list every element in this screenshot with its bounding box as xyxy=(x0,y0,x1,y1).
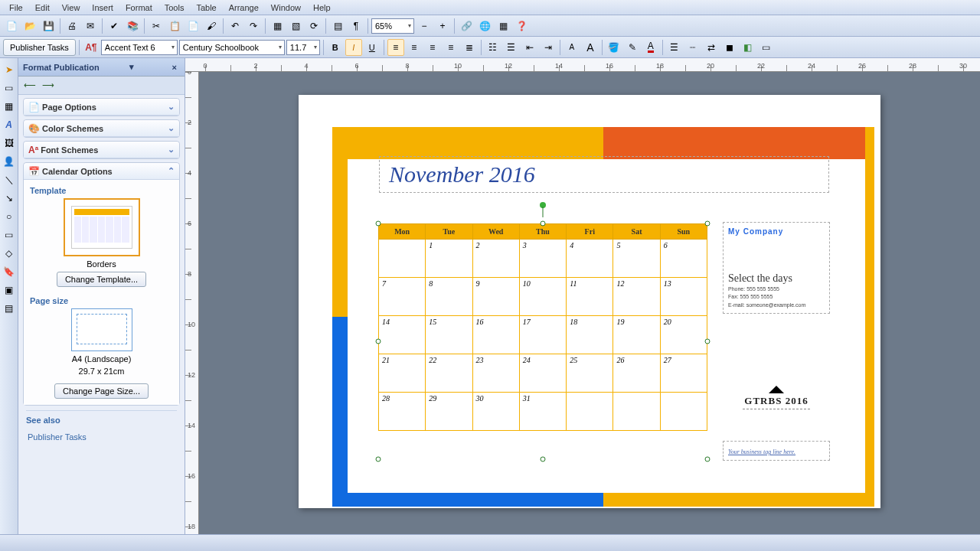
numbering-icon[interactable]: ☷ xyxy=(485,39,501,56)
zoom-combo[interactable]: 65% xyxy=(371,18,414,34)
taskpane-dropdown-icon[interactable]: ▾ xyxy=(129,62,134,72)
resize-handle[interactable] xyxy=(705,457,710,462)
calendar-cell[interactable]: 12 xyxy=(613,278,660,316)
calendar-cell[interactable]: 16 xyxy=(472,316,519,354)
align-right-icon[interactable]: ≡ xyxy=(424,39,441,56)
calendar-cell[interactable]: 24 xyxy=(519,354,566,393)
resize-handle[interactable] xyxy=(705,221,710,227)
bring-front-icon[interactable]: ▦ xyxy=(269,18,286,34)
textbox-icon[interactable]: ▭ xyxy=(758,39,775,56)
calendar-cell[interactable]: 10 xyxy=(519,278,566,316)
wordart-tool-icon[interactable]: A xyxy=(2,118,16,132)
decrease-font-icon[interactable]: A xyxy=(564,39,580,56)
font-schemes-section[interactable]: Aª Font Schemes⌄ xyxy=(23,141,180,159)
calendar-cell[interactable]: 4 xyxy=(567,240,613,278)
design-gallery-icon[interactable]: ▣ xyxy=(2,283,16,297)
special-chars-icon[interactable]: ¶ xyxy=(348,18,364,34)
send-back-icon[interactable]: ▧ xyxy=(287,18,304,34)
zoom-out-icon[interactable]: − xyxy=(416,18,433,34)
align-center-icon[interactable]: ≡ xyxy=(406,39,423,56)
increase-indent-icon[interactable]: ⇥ xyxy=(540,39,557,56)
underline-icon[interactable]: U xyxy=(364,39,381,56)
calendar-cell[interactable]: 5 xyxy=(613,240,660,278)
calendar-cell[interactable]: 22 xyxy=(426,354,472,393)
menu-edit[interactable]: Edit xyxy=(29,2,56,14)
menu-file[interactable]: File xyxy=(3,2,29,14)
menu-view[interactable]: View xyxy=(56,2,87,14)
calendar-cell[interactable] xyxy=(567,393,613,431)
line-style-icon[interactable]: ☰ xyxy=(666,39,683,56)
nav-back-icon[interactable]: ⟵ xyxy=(23,80,37,91)
arrow-style-icon[interactable]: ⇄ xyxy=(703,39,720,56)
hyperlink-icon[interactable]: 🔗 xyxy=(458,18,475,34)
shadow-icon[interactable]: ◼ xyxy=(721,39,738,56)
align-left-icon[interactable]: ≡ xyxy=(387,39,404,56)
cut-icon[interactable]: ✂ xyxy=(148,18,165,34)
ruler-horizontal[interactable]: 024681012141618202224262830 xyxy=(185,58,980,72)
menu-tools[interactable]: Tools xyxy=(158,2,191,14)
calendar-cell[interactable]: 29 xyxy=(426,393,472,431)
change-template-button[interactable]: Change Template... xyxy=(57,272,146,287)
title-textbox[interactable]: November 2016 xyxy=(379,156,829,193)
page-size-thumbnail[interactable] xyxy=(71,308,132,351)
calendar-cell[interactable] xyxy=(379,240,426,278)
table-icon[interactable]: ▦ xyxy=(495,18,511,34)
format-painter-icon[interactable]: 🖌 xyxy=(203,18,220,34)
calendar-cell[interactable]: 3 xyxy=(519,240,566,278)
calendar-cell[interactable]: 6 xyxy=(660,240,707,278)
nav-forward-icon[interactable]: ⟶ xyxy=(41,80,55,91)
select-tool-icon[interactable]: ➤ xyxy=(2,63,16,77)
font-color-icon[interactable]: A xyxy=(642,39,659,56)
line-tool-icon[interactable]: ＼ xyxy=(2,173,16,187)
calendar-cell[interactable]: 21 xyxy=(379,354,426,393)
menu-format[interactable]: Format xyxy=(119,2,158,14)
menu-window[interactable]: Window xyxy=(265,2,307,14)
textbox-tool-icon[interactable]: ▭ xyxy=(2,81,16,95)
fill-color-icon[interactable]: 🪣 xyxy=(606,39,622,56)
calendar-cell[interactable]: 15 xyxy=(426,316,472,354)
help-icon[interactable]: ❓ xyxy=(513,18,530,34)
rectangle-tool-icon[interactable]: ▭ xyxy=(2,228,16,242)
calendar-cell[interactable]: 8 xyxy=(426,278,472,316)
menu-help[interactable]: Help xyxy=(307,2,337,14)
tagline-box[interactable]: Your business tag line here. xyxy=(723,441,830,461)
template-thumbnail[interactable] xyxy=(64,198,140,256)
resize-handle[interactable] xyxy=(376,339,381,344)
resize-handle[interactable] xyxy=(376,221,381,227)
save-icon[interactable]: 💾 xyxy=(40,18,57,34)
redo-icon[interactable]: ↷ xyxy=(245,18,262,34)
decrease-indent-icon[interactable]: ⇤ xyxy=(521,39,538,56)
fontsize-combo[interactable]: 11.7 xyxy=(286,40,320,55)
calendar-cell[interactable]: 27 xyxy=(660,354,707,393)
menu-arrange[interactable]: Arrange xyxy=(223,2,265,14)
print-icon[interactable]: 🖨 xyxy=(64,18,80,34)
clipart-tool-icon[interactable]: 👤 xyxy=(2,155,16,168)
paste-icon[interactable]: 📄 xyxy=(185,18,201,34)
arrow-tool-icon[interactable]: ↘ xyxy=(2,191,16,205)
calendar-cell[interactable]: 25 xyxy=(567,354,613,393)
shapes-tool-icon[interactable]: ◇ xyxy=(2,246,16,260)
calendar-cell[interactable]: 1 xyxy=(426,240,472,278)
taskpane-close-icon[interactable]: × xyxy=(169,63,180,72)
ruler-vertical[interactable]: 0246810121416182022 xyxy=(185,72,199,534)
company-info-box[interactable]: My Company Select the days Phone: 555 55… xyxy=(723,222,830,314)
calendar-cell[interactable] xyxy=(613,393,660,431)
calendar-cell[interactable]: 2 xyxy=(472,240,519,278)
style-combo[interactable]: Accent Text 6 xyxy=(101,40,178,55)
spellcheck-icon[interactable]: ✔ xyxy=(106,18,122,34)
increase-font-icon[interactable]: A xyxy=(582,39,599,56)
align-justify-icon[interactable]: ≡ xyxy=(443,39,459,56)
resize-handle[interactable] xyxy=(541,457,546,462)
oval-tool-icon[interactable]: ○ xyxy=(2,210,16,223)
logo-box[interactable]: GTRBS 2016 xyxy=(723,386,830,409)
page-options-section[interactable]: 📄 Page Options⌄ xyxy=(23,98,180,116)
italic-icon[interactable]: I xyxy=(345,39,362,56)
calendar-object[interactable]: MonTueWedThuFriSatSun1234567891011121314… xyxy=(378,223,707,459)
dash-style-icon[interactable]: ┈ xyxy=(684,39,701,56)
calendar-cell[interactable]: 13 xyxy=(660,278,707,316)
mail-icon[interactable]: ✉ xyxy=(82,18,99,34)
3d-icon[interactable]: ◧ xyxy=(740,39,756,56)
calendar-cell[interactable]: 11 xyxy=(567,278,613,316)
calendar-cell[interactable]: 14 xyxy=(379,316,426,354)
font-combo[interactable]: Century Schoolbook xyxy=(179,40,285,55)
